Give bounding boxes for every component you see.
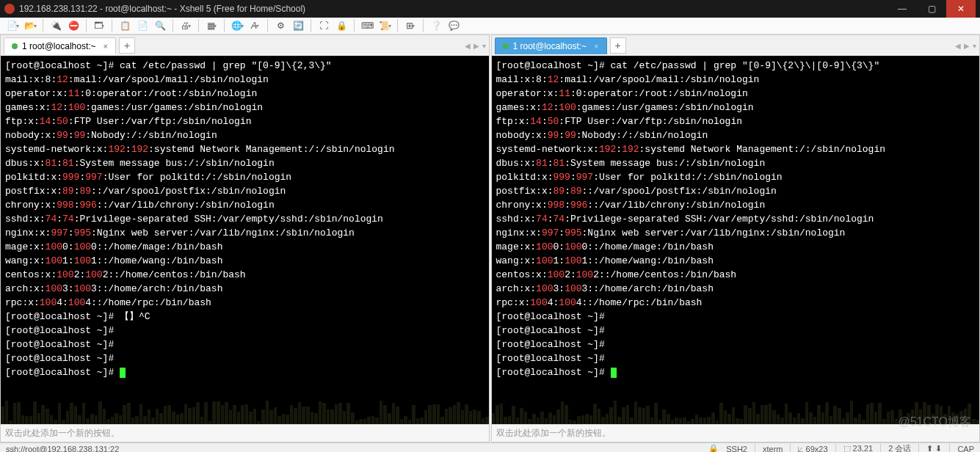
minimize-button[interactable]: —: [888, 0, 917, 18]
copy-icon[interactable]: 📋: [117, 18, 133, 34]
script-icon[interactable]: 📜▾: [377, 18, 393, 34]
layout-icon[interactable]: ▦▾: [203, 18, 219, 34]
tab-next-icon[interactable]: ▶: [473, 42, 479, 50]
status-term: xterm: [763, 445, 783, 453]
open-icon[interactable]: 📂▾: [22, 18, 38, 34]
right-pane: 1 root@localhost:~ × + ◀ ▶ ▾ [root@local…: [491, 34, 981, 442]
right-tabbar: 1 root@localhost:~ × + ◀ ▶ ▾: [492, 35, 980, 56]
tab-add-button[interactable]: +: [610, 37, 626, 54]
tool1-icon[interactable]: ⚙: [272, 18, 288, 34]
tab-label: 1 root@localhost:~: [22, 41, 96, 51]
close-button[interactable]: ✕: [946, 0, 976, 18]
toolbar: 📄▾ 📂▾ 🔌 ⛔ 🗔▾ 📋 📄 🔍 🖨▾ ▦▾ 🌐▾ A▾ ⚙ 🔄 ⛶ 🔒 ⌨…: [0, 18, 980, 34]
app-icon: [4, 4, 15, 14]
input-bar-left[interactable]: 双击此处添加一个新的按钮。: [1, 424, 489, 442]
reconnect-icon[interactable]: 🔌: [48, 18, 64, 34]
tab-prev-icon[interactable]: ◀: [955, 42, 961, 50]
status-ssh: SSH2: [726, 445, 747, 453]
properties-icon[interactable]: 🗔▾: [91, 18, 107, 34]
left-tabbar: 1 root@localhost:~ × + ◀ ▶ ▾: [1, 35, 489, 56]
fullscreen-icon[interactable]: ⛶: [316, 18, 332, 34]
status-dot-icon: [503, 43, 509, 49]
chat-icon[interactable]: 💬: [446, 18, 462, 34]
status-cursor: 23,21: [853, 444, 874, 452]
window-title: 192.168.238.131:22 - root@localhost:~ - …: [19, 4, 888, 14]
view-icon[interactable]: ⊞▾: [402, 18, 418, 34]
status-sessions: 2 会话: [888, 443, 911, 452]
terminal-right[interactable]: [root@localhost ~]# cat /etc/passwd | gr…: [492, 56, 980, 424]
tool2-icon[interactable]: 🔄: [290, 18, 306, 34]
titlebar: 192.168.238.131:22 - root@localhost:~ - …: [0, 0, 980, 18]
paste-icon[interactable]: 📄: [134, 18, 150, 34]
tab-add-button[interactable]: +: [119, 37, 135, 54]
status-connection: ssh://root@192.168.238.131:22: [6, 445, 119, 453]
tab-close-icon[interactable]: ×: [594, 42, 598, 51]
tab-session-left[interactable]: 1 root@localhost:~ ×: [4, 37, 116, 54]
tab-close-icon[interactable]: ×: [104, 42, 108, 51]
print-icon[interactable]: 🖨▾: [178, 18, 194, 34]
tab-prev-icon[interactable]: ◀: [465, 42, 471, 50]
maximize-button[interactable]: ▢: [917, 0, 946, 18]
status-size: 69x23: [806, 445, 828, 453]
left-pane: 1 root@localhost:~ × + ◀ ▶ ▾ [root@local…: [0, 34, 490, 442]
find-icon[interactable]: 🔍: [152, 18, 168, 34]
tab-session-right[interactable]: 1 root@localhost:~ ×: [495, 37, 607, 54]
input-bar-right[interactable]: 双击此处添加一个新的按钮。: [492, 424, 980, 442]
status-cap: CAP: [957, 445, 974, 453]
tab-label: 1 root@localhost:~: [513, 41, 587, 51]
font-icon[interactable]: A▾: [247, 18, 263, 34]
tab-menu-icon[interactable]: ▾: [482, 42, 486, 50]
tab-next-icon[interactable]: ▶: [964, 42, 970, 50]
terminal-left[interactable]: [root@localhost ~]# cat /etc/passwd | gr…: [1, 56, 489, 424]
lock-icon[interactable]: 🔒: [333, 18, 349, 34]
disconnect-icon[interactable]: ⛔: [65, 18, 81, 34]
split-panes: 1 root@localhost:~ × + ◀ ▶ ▾ [root@local…: [0, 34, 980, 442]
statusbar: ssh://root@192.168.238.131:22 🔒 SSH2 xte…: [0, 442, 980, 452]
help-icon[interactable]: ❔: [428, 18, 444, 34]
globe-icon[interactable]: 🌐▾: [229, 18, 245, 34]
keyboard-icon[interactable]: ⌨: [359, 18, 375, 34]
tab-menu-icon[interactable]: ▾: [973, 42, 976, 50]
status-dot-icon: [12, 43, 18, 49]
new-session-icon[interactable]: 📄▾: [4, 18, 21, 34]
